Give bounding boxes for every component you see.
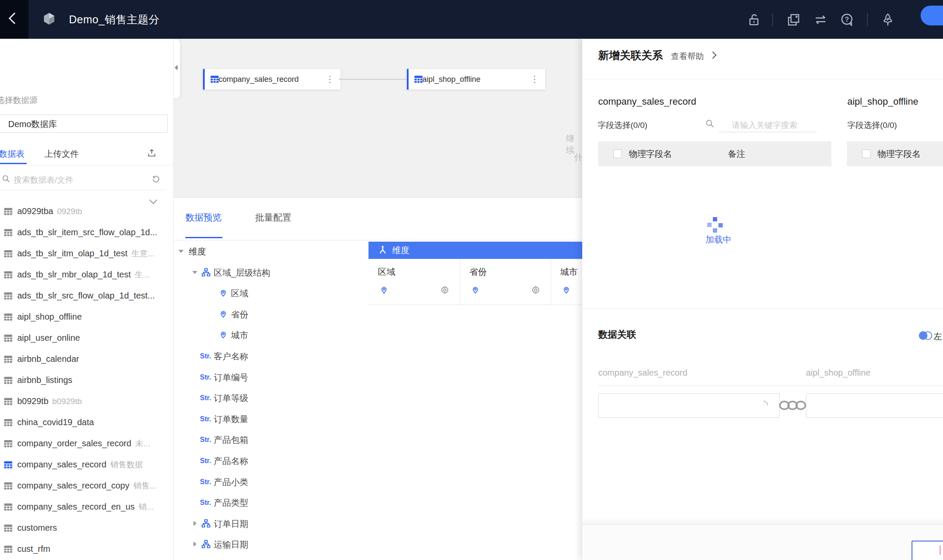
node-menu-kebab-icon[interactable]: ⋮ — [530, 74, 539, 84]
table-list-item[interactable]: aipl_user_online — [0, 327, 173, 348]
table-list-item[interactable]: airbnb_listings — [0, 370, 173, 391]
datasource-value: Demo数据库 — [8, 118, 57, 130]
table-note: 未... — [135, 438, 150, 449]
join-type-label[interactable]: 左 — [934, 331, 942, 342]
datasource-select[interactable]: Demo数据库 — [0, 115, 168, 133]
column-header: 物理字段名 — [877, 148, 921, 160]
table-name: ads_tb_slr_item_src_flow_olap_1d... — [17, 227, 157, 237]
caret-down-icon[interactable] — [192, 271, 197, 274]
table-icon — [210, 75, 219, 84]
lock-icon[interactable] — [747, 12, 762, 27]
canvas-node-company-sales-record[interactable]: company_sales_record ⋮ — [203, 69, 340, 90]
geo-pin-icon[interactable] — [380, 286, 388, 294]
string-type-tag: Str. — [200, 352, 211, 360]
geo-pin-icon[interactable] — [562, 286, 571, 294]
tab-batch-config[interactable]: 批量配置 — [255, 212, 291, 224]
string-type-tag: Str. — [200, 394, 211, 402]
tree-item-string[interactable]: Str.产品名称 — [173, 451, 368, 471]
tree-item-hierarchy-closed[interactable]: 运输日期 — [173, 534, 368, 555]
upload-icon[interactable] — [147, 148, 156, 158]
tree-item-string[interactable]: Str.客户名称 — [173, 346, 368, 367]
preview-panel: 数据预览 批量配置 维度区域_层级结构区域省份城市Str.客户名称Str.订单编… — [173, 197, 582, 560]
tree-item-geo[interactable]: 城市 — [173, 325, 368, 345]
select-all-checkbox[interactable] — [613, 149, 622, 158]
tree-item-string[interactable]: Str.订单数量 — [173, 409, 368, 429]
tree-item-hierarchy-open[interactable]: 区域_层级结构 — [173, 262, 368, 283]
table-list-item[interactable]: airbnb_calendar — [0, 348, 173, 370]
tree-item-string[interactable]: Str.订单编号 — [173, 367, 368, 388]
primary-action-button[interactable] — [921, 6, 943, 25]
table-list-item[interactable]: china_covid19_data — [0, 412, 173, 433]
column-border — [460, 259, 460, 305]
table-list-item[interactable]: company_sales_record_en_us销... — [0, 496, 173, 517]
table-list-item[interactable]: customers — [0, 517, 173, 538]
data-relation-title: 数据关联 — [598, 328, 636, 341]
table-icon — [3, 460, 13, 470]
tree-label: 区域 — [231, 288, 248, 299]
table-name: ads_tb_slr_itm_olap_1d_test — [17, 249, 128, 258]
canvas-node-aipl-shop-offline[interactable]: aipl_shop_offline ⋮ — [407, 69, 545, 90]
quickbi-dataset-editor: company_sales_record ⋮ aipl_shop_offline… — [0, 0, 943, 560]
tree-item-root[interactable]: 维度 — [173, 241, 368, 262]
tree-item-string[interactable]: Str.产品小类 — [173, 472, 368, 492]
search-input[interactable]: 搜索数据表/文件 — [14, 174, 73, 186]
node-menu-kebab-icon[interactable]: ⋮ — [325, 74, 334, 84]
table-note: 销... — [138, 501, 153, 513]
table-name: company_sales_record_copy — [17, 481, 129, 491]
relation-right-table-label: aipl_shop_offline — [806, 368, 871, 378]
tree-item-geo[interactable]: 省份 — [173, 304, 368, 325]
relation-canvas[interactable]: company_sales_record ⋮ aipl_shop_offline… — [173, 39, 582, 197]
caret-down-icon[interactable] — [178, 250, 184, 253]
table-list-item[interactable]: ads_tb_slr_mbr_olap_1d_test生... — [0, 264, 173, 285]
field-search-input[interactable]: 请输入关键字搜索 — [732, 120, 797, 131]
table-list-item[interactable]: a0929tba0929tb — [0, 201, 173, 222]
refresh-icon[interactable] — [152, 174, 160, 183]
relation-connector-line — [339, 79, 407, 80]
table-list-item[interactable]: aipl_shop_offline — [0, 306, 173, 327]
table-list-item[interactable]: company_sales_record销售数据 — [0, 454, 173, 475]
column-border — [551, 259, 551, 305]
left-field-table-header: 物理字段名 备注 — [598, 141, 831, 166]
table-list-item[interactable]: ads_tb_slr_item_src_flow_olap_1d... — [0, 222, 173, 243]
left-field-select-box[interactable] — [598, 393, 780, 418]
table-name: company_sales_record — [17, 460, 106, 470]
focused-input-box[interactable] — [912, 541, 943, 560]
sidebar-collapse-handle[interactable] — [173, 39, 181, 99]
string-type-tag: Str. — [200, 415, 211, 423]
table-list-item[interactable]: ads_tb_slr_itm_olap_1d_test生意... — [0, 243, 173, 264]
copy-icon[interactable] — [786, 12, 801, 27]
table-list-item[interactable]: b0929tbb0929tb — [0, 391, 173, 412]
sidebar-tab-tables[interactable]: 数据表 — [0, 148, 25, 160]
caret-right-icon[interactable] — [194, 541, 197, 547]
tree-item-string[interactable]: Str.产品包箱 — [173, 429, 368, 450]
dialog-title: 新增关联关系 — [598, 48, 663, 62]
tree-item-hierarchy-closed[interactable]: 订单日期 — [173, 513, 368, 534]
tab-data-preview[interactable]: 数据预览 — [185, 212, 222, 224]
table-name: airbnb_calendar — [17, 354, 79, 364]
help-icon[interactable]: ? — [840, 12, 854, 27]
sidebar-tab-upload[interactable]: 上传文件 — [44, 148, 79, 160]
table-icon — [3, 355, 13, 364]
table-list-item[interactable]: ads_tb_slr_src_flow_olap_1d_test... — [0, 285, 173, 306]
string-type-tag: Str. — [200, 478, 211, 486]
table-list-item[interactable]: company_order_sales_record未... — [0, 433, 173, 454]
tree-item-geo[interactable]: 区域 — [173, 283, 368, 304]
tree-item-string[interactable]: Str.产品类型 — [173, 492, 368, 513]
caret-right-icon[interactable] — [194, 521, 197, 526]
tree-item-string[interactable]: Str.订单等级 — [173, 388, 368, 408]
table-list-item[interactable]: company_sales_record_copy销售... — [0, 475, 173, 496]
swap-arrows-icon[interactable] — [813, 12, 828, 27]
table-list-item[interactable]: cust_rfm — [0, 538, 173, 560]
dialog-footer — [582, 525, 943, 560]
rocket-icon[interactable] — [881, 12, 895, 27]
dimension-branch-icon — [378, 245, 388, 255]
gear-icon[interactable] — [531, 285, 540, 295]
select-all-checkbox[interactable] — [862, 149, 871, 158]
geo-pin-icon[interactable] — [471, 286, 480, 294]
help-link[interactable]: 查看帮助 — [671, 51, 704, 62]
data-source-sidebar: 选择数据源 Demo数据库 数据表 上传文件 搜索数据表/文件 a0929tba… — [0, 39, 174, 560]
back-button[interactable] — [0, 0, 28, 39]
join-type-venn-icon[interactable] — [918, 330, 934, 341]
right-field-select-box[interactable] — [806, 393, 943, 418]
gear-icon[interactable] — [440, 285, 450, 295]
